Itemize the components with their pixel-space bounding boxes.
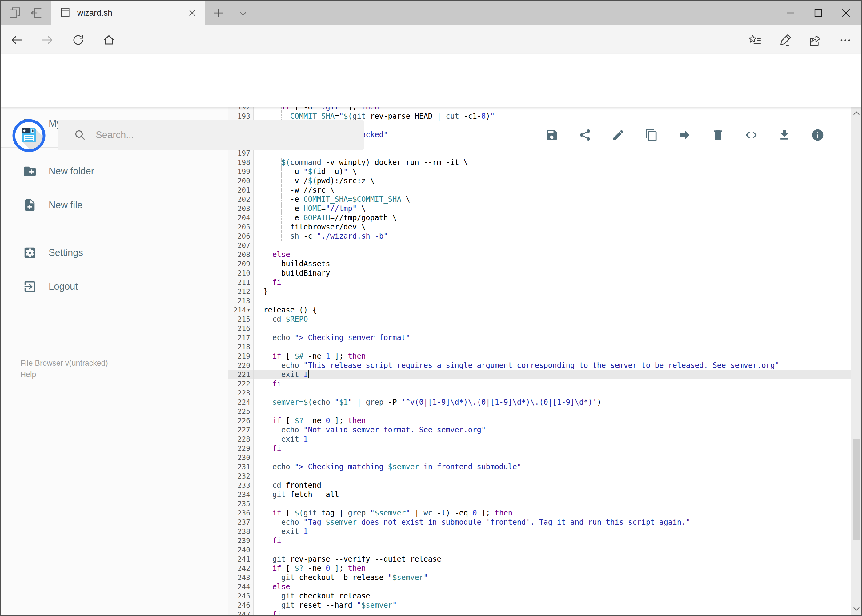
refresh-button[interactable] [71, 33, 85, 47]
code-line[interactable]: 221 exit 1 [229, 370, 851, 379]
line-number[interactable]: 210 [229, 269, 254, 278]
source-code-button[interactable] [744, 128, 758, 142]
browser-tab[interactable]: wizard.sh [51, 1, 205, 25]
hub-favorites-icon[interactable] [748, 33, 761, 47]
line-number[interactable]: 230 [229, 453, 254, 462]
code-line[interactable]: 226 if [ $? -ne 0 ]; then [229, 416, 851, 425]
code-line[interactable]: 246 git reset --hard "$semver" [229, 600, 851, 610]
line-number[interactable]: 221 [229, 370, 254, 379]
line-number[interactable]: 222 [229, 379, 254, 388]
sidebar-item-new-file[interactable]: New file [1, 188, 229, 222]
line-number[interactable]: 208 [229, 250, 254, 259]
line-number[interactable]: 219 [229, 352, 254, 361]
copy-button[interactable] [645, 128, 658, 142]
line-number[interactable]: 209 [229, 259, 254, 269]
code-line[interactable]: 215 cd $REPO [229, 314, 851, 324]
line-number[interactable]: 202 [229, 195, 254, 204]
more-options-ellipsis-icon[interactable] [838, 33, 852, 47]
code-line[interactable]: 234 git fetch --all [229, 490, 851, 499]
new-tab-button[interactable] [212, 6, 225, 20]
code-line[interactable]: 231 echo "> Checking matching $semver in… [229, 462, 851, 471]
line-number[interactable]: 192 [229, 107, 254, 112]
line-number[interactable]: 206 [229, 232, 254, 241]
web-note-pen-icon[interactable] [778, 33, 791, 47]
set-tabs-aside-icon[interactable] [30, 6, 44, 20]
line-number[interactable]: 215 [229, 314, 254, 324]
line-number[interactable]: 229 [229, 444, 254, 453]
line-number[interactable]: 235 [229, 499, 254, 508]
code-line[interactable]: 201 -w //src \ [229, 185, 851, 195]
code-line[interactable]: 198 $(command -v winpty) docker run --rm… [229, 158, 851, 167]
code-line[interactable]: 200 -v /$(pwd):/src:z \ [229, 176, 851, 185]
code-editor[interactable]: 192 if [ -d ".git" ]; then193 COMMIT_SHA… [229, 107, 851, 615]
code-line[interactable]: 217 echo "> Checking semver format" [229, 333, 851, 342]
line-number[interactable]: 232 [229, 471, 254, 481]
code-line[interactable]: 220 echo "This release script requires a… [229, 361, 851, 370]
search-box[interactable] [58, 119, 364, 150]
code-line[interactable]: 203 -e HOME="//tmp" \ [229, 204, 851, 213]
help-link[interactable]: Help [20, 369, 108, 380]
code-line[interactable]: 240 [229, 545, 851, 555]
scrollbar-thumb[interactable] [853, 439, 860, 541]
share-button[interactable] [578, 128, 592, 142]
code-line[interactable]: 232 [229, 471, 851, 481]
code-line[interactable]: 242 if [ $? -ne 0 ]; then [229, 564, 851, 573]
line-number[interactable]: 227 [229, 425, 254, 435]
line-number[interactable]: 199 [229, 167, 254, 176]
line-number[interactable]: 201 [229, 185, 254, 195]
code-line[interactable]: 208 else [229, 250, 851, 259]
line-number[interactable]: 241 [229, 555, 254, 564]
scroll-down-button[interactable] [851, 602, 861, 615]
line-number[interactable]: 204 [229, 213, 254, 222]
line-number[interactable]: 240 [229, 545, 254, 555]
line-number[interactable]: 224 [229, 398, 254, 407]
save-button[interactable] [545, 128, 559, 142]
code-line[interactable]: 204 -e GOPATH=//tmp/gopath \ [229, 213, 851, 222]
line-number[interactable]: 233 [229, 481, 254, 490]
line-number[interactable]: 226 [229, 416, 254, 425]
info-button[interactable] [811, 128, 824, 142]
code-line[interactable]: 229 fi [229, 444, 851, 453]
move-button[interactable] [678, 128, 692, 142]
code-line[interactable]: 214▾release () { [229, 305, 851, 314]
line-number[interactable]: 212 [229, 287, 254, 296]
code-line[interactable]: 247 fi [229, 610, 851, 615]
line-number[interactable]: 200 [229, 176, 254, 185]
sidebar-item-settings[interactable]: Settings [1, 236, 229, 270]
code-line[interactable]: 192 if [ -d ".git" ]; then [229, 107, 851, 112]
line-number[interactable]: 245 [229, 591, 254, 600]
editor-scrollbar[interactable] [851, 107, 861, 615]
code-line[interactable]: 209 buildAssets [229, 259, 851, 269]
line-number[interactable]: 220 [229, 361, 254, 370]
line-number[interactable]: 228 [229, 435, 254, 444]
code-line[interactable]: 236 if [ $(git tag | grep "$semver" | wc… [229, 508, 851, 518]
code-line[interactable]: 233 cd frontend [229, 481, 851, 490]
line-number[interactable]: 214▾ [229, 305, 254, 314]
sidebar-item-logout[interactable]: Logout [1, 270, 229, 303]
line-number[interactable]: 237 [229, 518, 254, 527]
rename-button[interactable] [611, 128, 625, 142]
line-number[interactable]: 207 [229, 241, 254, 250]
tab-preview-icon[interactable] [8, 6, 22, 20]
line-number[interactable]: 236 [229, 508, 254, 518]
tab-close-icon[interactable] [187, 7, 198, 19]
delete-button[interactable] [711, 128, 725, 142]
code-line[interactable]: 205 filebrowser/dev \ [229, 222, 851, 232]
window-minimize-button[interactable] [775, 4, 806, 22]
line-number[interactable]: 231 [229, 462, 254, 471]
window-close-button[interactable] [830, 4, 861, 22]
line-number[interactable]: 225 [229, 407, 254, 416]
line-number[interactable]: 243 [229, 573, 254, 582]
window-maximize-button[interactable] [803, 4, 834, 22]
search-input[interactable] [95, 129, 364, 141]
sidebar-item-new-folder[interactable]: New folder [1, 154, 229, 188]
line-number[interactable]: 246 [229, 600, 254, 610]
code-line[interactable]: 216 [229, 324, 851, 333]
code-line[interactable]: 223 [229, 388, 851, 398]
line-number[interactable]: 216 [229, 324, 254, 333]
tab-list-chevron-icon[interactable] [237, 7, 249, 20]
code-line[interactable]: 238 exit 1 [229, 527, 851, 536]
line-number[interactable]: 247 [229, 610, 254, 615]
line-number[interactable]: 223 [229, 388, 254, 398]
forward-button[interactable] [41, 33, 54, 47]
